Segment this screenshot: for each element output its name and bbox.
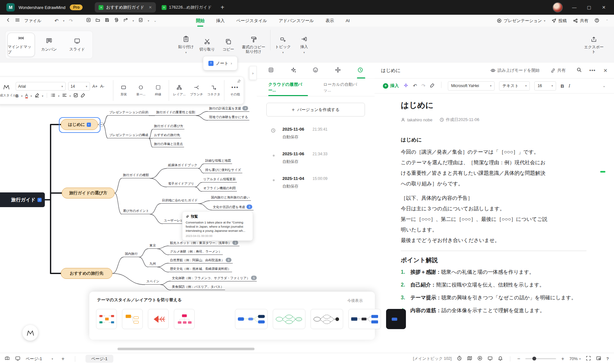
- paste-dropdown-icon[interactable]: ▾: [185, 51, 187, 54]
- format-painter-button[interactable]: 書式のコピー貼り付け: [239, 31, 268, 59]
- bullet-list-button[interactable]: [51, 93, 55, 99]
- task-doc-icon[interactable]: [138, 18, 143, 24]
- note-font-select[interactable]: Microsoft YaHei▾: [448, 81, 495, 91]
- style-brush-button[interactable]: [81, 93, 85, 99]
- mm-node-plan-support[interactable]: 旅行の計画立案を支援4: [208, 106, 249, 112]
- collapse-toolbar-icon[interactable]: ⌃: [606, 19, 608, 22]
- zoom-level-select[interactable]: 70%▾: [569, 356, 581, 361]
- mm-node-food-exploration[interactable]: 美食探訪（例：パエリア、タパス）: [171, 285, 225, 290]
- collapse-ribbon-icon[interactable]: ⌄: [154, 19, 157, 23]
- theme-thumbnail-3[interactable]: [148, 309, 169, 329]
- hamburger-menu-icon[interactable]: [15, 18, 20, 24]
- mode-kanban[interactable]: カンバン: [36, 33, 62, 57]
- panel-expander[interactable]: ›: [249, 66, 257, 80]
- help-icon[interactable]: [594, 18, 599, 24]
- close-panel-icon[interactable]: ✕: [603, 68, 608, 74]
- timer-icon[interactable]: [457, 356, 462, 362]
- tab-view[interactable]: 表示: [326, 15, 334, 27]
- tab-local-backup[interactable]: ローカルの自動バッ...: [323, 79, 363, 96]
- mm-node-domestic-vs-overseas[interactable]: 国内旅行と海外旅行の違い: [210, 195, 251, 201]
- presentation-display-icon[interactable]: [15, 356, 20, 362]
- version-item[interactable]: 2025-11-0621:35:41 自動保存: [264, 121, 367, 146]
- mm-node-offline-use[interactable]: オフライン機能の利用: [202, 186, 237, 191]
- note-icon[interactable]: [87, 123, 91, 127]
- file-menu[interactable]: ファイル: [24, 18, 41, 24]
- mm-node-spain[interactable]: スペイン: [145, 279, 161, 285]
- tab-cloud-history[interactable]: クラウドの履歴バー...: [268, 79, 308, 96]
- connector-tool[interactable]: コネクタ: [205, 77, 222, 104]
- theme-thumbnail-1[interactable]: [96, 309, 117, 329]
- mm-node-recommended-destinations[interactable]: おすすめの旅行先: [153, 133, 181, 138]
- mm-node-nature[interactable]: 自然景観（例：阿蘇山、由布院温泉）8: [169, 258, 233, 263]
- tab-advanced[interactable]: アドバンスツール: [279, 15, 314, 27]
- font-color-button[interactable]: A: [25, 93, 28, 98]
- branch-tool[interactable]: ブランチ: [188, 77, 205, 104]
- save-icon[interactable]: [105, 18, 109, 24]
- mm-node-guide-types[interactable]: 旅行ガイドの種類: [122, 173, 150, 178]
- user-avatar[interactable]: [553, 2, 563, 12]
- mm-node-guide-importance[interactable]: 旅行ガイドの重要性と役割: [155, 110, 196, 116]
- version-item[interactable]: 2025-11-0621:34:33 自動保存: [264, 146, 367, 170]
- decrease-font-button[interactable]: A-: [100, 84, 104, 89]
- dropdown-icon[interactable]: ▾: [148, 19, 149, 22]
- tab-insert[interactable]: 挿入: [216, 15, 225, 27]
- doc-tab-active[interactable]: おすすめ旅行ガイド ✕: [95, 2, 156, 12]
- dont-show-again-link[interactable]: 今後表示: [347, 298, 363, 303]
- layout-tool[interactable]: レイア...: [171, 77, 188, 104]
- note-style-select[interactable]: テキスト▾: [499, 81, 530, 91]
- fit-screen-icon[interactable]: [586, 356, 591, 362]
- open-folder-icon[interactable]: [95, 18, 100, 24]
- mm-node-gourmet[interactable]: グルメ体験（例：寿司、ラーメン）: [169, 249, 223, 255]
- mm-node-history-culture[interactable]: 歴史文化（例：熊本城、長崎原爆資料館）: [169, 267, 232, 272]
- share-button[interactable]: 共有: [573, 18, 588, 24]
- mm-topic-introduction[interactable]: はじめに: [61, 119, 98, 130]
- zoom-slider[interactable]: [525, 358, 556, 359]
- read-aloud-button[interactable]: 読み上げモードを開始: [490, 68, 540, 73]
- note-icon[interactable]: [37, 198, 42, 202]
- new-document-icon[interactable]: [86, 18, 91, 24]
- bold-button[interactable]: B: [16, 93, 19, 98]
- align-button[interactable]: [62, 93, 67, 99]
- close-window-button[interactable]: ✕: [601, 5, 607, 10]
- note-italic-button[interactable]: I: [569, 83, 570, 89]
- redo-icon[interactable]: ↷: [422, 83, 426, 89]
- add-page-button[interactable]: +: [61, 356, 65, 362]
- border-tool[interactable]: 枠線: [149, 77, 167, 104]
- mm-node-detailed-info[interactable]: 詳細な情報と地図: [204, 158, 232, 164]
- insert-button[interactable]: 挿入 ▾: [294, 31, 315, 59]
- page-selector[interactable]: ページ-1▾: [26, 356, 53, 362]
- paste-button[interactable]: 貼り付け ▾: [175, 31, 197, 59]
- undo-icon[interactable]: ↶: [54, 18, 59, 24]
- mm-root-topic[interactable]: 旅行ガイド: [0, 192, 45, 207]
- tab-start[interactable]: 開始: [196, 15, 205, 27]
- mm-node-portable-size[interactable]: 持ち運びに便利なサイズ: [204, 168, 242, 173]
- notes-share-button[interactable]: 共有: [551, 68, 566, 73]
- insert-dropdown-icon[interactable]: ▾: [303, 51, 305, 54]
- share-doc-icon[interactable]: [123, 18, 128, 24]
- zoom-out-button[interactable]: −: [517, 356, 520, 362]
- search-icon[interactable]: [577, 67, 582, 74]
- new-tab-button[interactable]: +: [217, 4, 228, 11]
- emoji-panel-icon[interactable]: [312, 67, 319, 74]
- task-checkbox-button[interactable]: [73, 93, 78, 99]
- note-size-select[interactable]: 16▾: [534, 81, 556, 91]
- undo-icon[interactable]: ↶: [413, 83, 417, 89]
- note-bold-button[interactable]: B: [561, 83, 564, 89]
- mm-topic-destinations[interactable]: おすすめの旅行先: [61, 268, 112, 279]
- theme-thumbnail-8[interactable]: [348, 309, 381, 329]
- dropdown-icon[interactable]: ▾: [133, 19, 134, 22]
- back-icon[interactable]: [6, 18, 11, 24]
- minimap-icon[interactable]: [596, 356, 601, 362]
- style-panel-icon[interactable]: [268, 67, 274, 74]
- play-icon[interactable]: [477, 356, 482, 362]
- mm-node-presentation-purpose[interactable]: プレゼンテーションの目的: [108, 110, 149, 116]
- highlight-button[interactable]: [35, 93, 39, 99]
- theme-panel-icon[interactable]: [335, 67, 341, 74]
- page-tab[interactable]: ページ-1: [85, 355, 113, 363]
- history-panel-icon[interactable]: [357, 67, 363, 74]
- undo-dropdown-icon[interactable]: ▾: [63, 19, 65, 22]
- shape-tool[interactable]: 形状: [115, 77, 133, 104]
- mm-node-tourist-spots[interactable]: 観光スポット（例：東京タワー、浅草寺）1: [169, 240, 239, 246]
- post-button[interactable]: 投稿: [552, 18, 567, 24]
- note-insert-button[interactable]: + 挿入: [383, 83, 399, 89]
